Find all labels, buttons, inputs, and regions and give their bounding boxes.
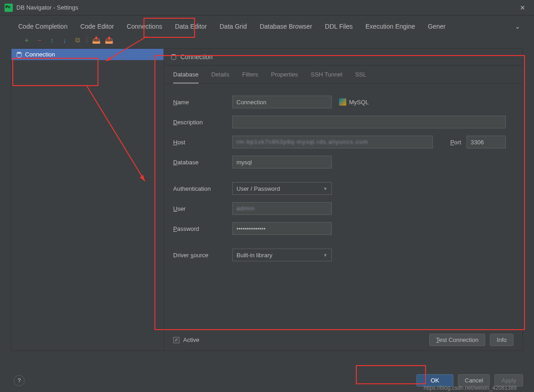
app-icon: [5, 4, 13, 12]
db-type-label: MySQL: [349, 99, 369, 106]
description-input[interactable]: [232, 116, 506, 128]
arrow-up-icon[interactable]: ↑: [48, 36, 56, 44]
mysql-icon: [339, 98, 346, 106]
subtab-filters[interactable]: Filters: [242, 71, 258, 83]
remove-icon[interactable]: －: [36, 36, 43, 44]
label-authentication: Authentication: [173, 185, 232, 192]
toolbar: ＋ － ↑ ↓ ⧉ 📥 📤: [0, 36, 534, 48]
driver-source-select[interactable]: Built-in library▼: [232, 249, 332, 261]
connection-list-item[interactable]: Connection: [11, 49, 164, 60]
tab-code-completion[interactable]: Code Completion: [18, 23, 67, 30]
tab-data-grid[interactable]: Data Grid: [220, 23, 247, 30]
chevron-down-icon[interactable]: ⌄: [515, 23, 520, 30]
tab-general[interactable]: Gener: [428, 23, 446, 30]
connection-panel: Connection Database Details Filters Prop…: [164, 48, 523, 351]
titlebar: DB Navigator - Settings ✕: [0, 0, 534, 15]
chevron-down-icon: ▼: [323, 186, 328, 191]
subtab-details[interactable]: Details: [211, 71, 230, 83]
label-name: Name: [173, 99, 232, 106]
active-label: Active: [183, 336, 199, 343]
label-description: Description: [173, 119, 232, 126]
toolbar-divider: [87, 36, 87, 44]
add-icon[interactable]: ＋: [23, 36, 30, 44]
chevron-down-icon: ▼: [323, 253, 328, 258]
database-icon: [16, 51, 22, 58]
subtab-ssh-tunnel[interactable]: SSH Tunnel: [311, 71, 342, 83]
user-input[interactable]: admin: [232, 202, 332, 215]
subtab-ssl[interactable]: SSL: [355, 71, 366, 83]
label-password: Password: [173, 225, 232, 232]
label-user: User: [173, 205, 232, 212]
active-checkbox[interactable]: ✓ Active: [173, 336, 199, 343]
label-port: Port: [438, 139, 461, 146]
tab-data-editor[interactable]: Data Editor: [175, 23, 207, 30]
tab-ddl-files[interactable]: DDL Files: [325, 23, 353, 30]
panel-title: Connection: [180, 53, 213, 61]
svg-point-0: [17, 52, 21, 54]
help-button[interactable]: ?: [14, 375, 25, 386]
test-connection-button[interactable]: Test Connection: [429, 334, 485, 346]
tab-connections[interactable]: Connections: [127, 23, 162, 30]
import-icon[interactable]: 📥: [92, 36, 100, 44]
password-input[interactable]: [232, 222, 332, 235]
close-icon[interactable]: ✕: [516, 4, 529, 11]
copy-icon[interactable]: ⧉: [74, 36, 81, 44]
connection-subtabs: Database Details Filters Properties SSH …: [164, 66, 523, 84]
arrow-down-icon[interactable]: ↓: [61, 36, 68, 44]
window-title: DB Navigator - Settings: [16, 4, 516, 11]
watermark: https://blog.csdn.net/weixin_42081389: [424, 385, 517, 391]
label-database: Database: [173, 159, 232, 166]
authentication-select[interactable]: User / Password▼: [232, 182, 332, 195]
database-icon: [170, 54, 177, 60]
subtab-database[interactable]: Database: [173, 71, 199, 84]
tab-database-browser[interactable]: Database Browser: [260, 23, 312, 30]
database-input[interactable]: [232, 156, 332, 168]
connection-list: Connection: [11, 48, 164, 351]
info-button[interactable]: Info: [490, 334, 513, 346]
settings-tabs: Code Completion Code Editor Connections …: [0, 15, 534, 36]
label-driver-source: Driver source: [173, 252, 232, 259]
subtab-properties[interactable]: Properties: [271, 71, 298, 83]
checkbox-icon: ✓: [173, 337, 180, 343]
svg-point-1: [171, 54, 176, 56]
name-input[interactable]: [232, 96, 332, 108]
port-input[interactable]: [467, 136, 506, 148]
label-host: Host: [173, 139, 232, 146]
tab-code-editor[interactable]: Code Editor: [80, 23, 114, 30]
host-input[interactable]: rm-bp1xk7c8h3p9q-mysql.rds.aliyuncs.com: [232, 136, 433, 148]
export-icon[interactable]: 📤: [105, 36, 113, 44]
tab-execution-engine[interactable]: Execution Engine: [365, 23, 415, 30]
connection-item-label: Connection: [25, 51, 55, 58]
